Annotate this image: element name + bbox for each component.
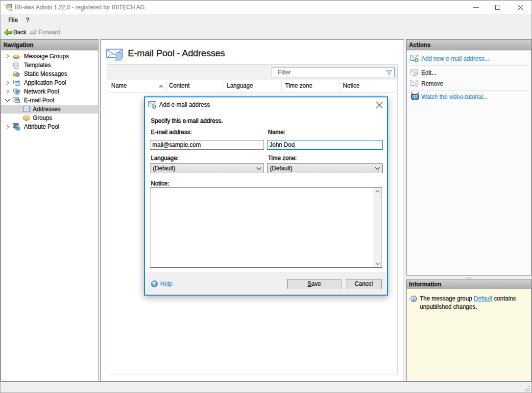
svg-text:?: ?: [153, 281, 156, 287]
